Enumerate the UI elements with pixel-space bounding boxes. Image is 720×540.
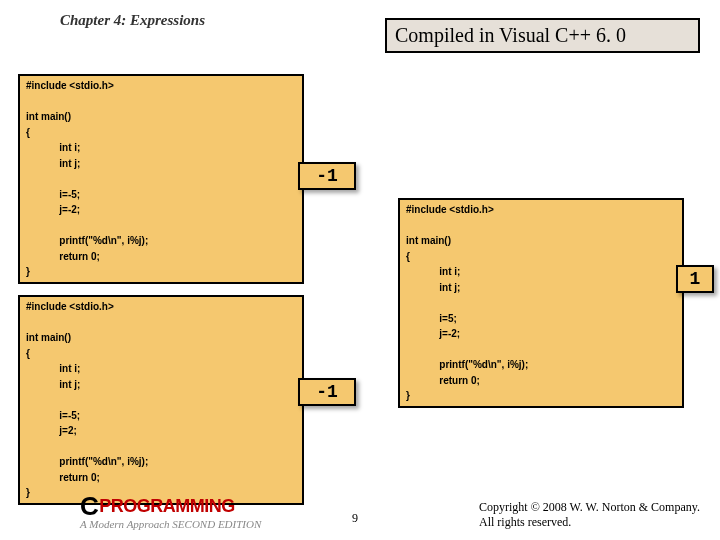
code-block-1: #include <stdio.h> int main() { int i; i… — [18, 74, 304, 284]
page-number: 9 — [352, 511, 358, 526]
slide: Chapter 4: Expressions Compiled in Visua… — [0, 0, 720, 540]
copyright: Copyright © 2008 W. W. Norton & Company.… — [479, 500, 700, 530]
chapter-header: Chapter 4: Expressions — [60, 12, 205, 29]
logo-text: PROGRAMMING — [99, 496, 235, 516]
code-block-2: #include <stdio.h> int main() { int i; i… — [18, 295, 304, 505]
copyright-line2: All rights reserved. — [479, 515, 700, 530]
code-block-3: #include <stdio.h> int main() { int i; i… — [398, 198, 684, 408]
result-2: -1 — [298, 378, 356, 406]
logo-subtitle: A Modern Approach SECOND EDITION — [80, 518, 280, 530]
result-3: 1 — [676, 265, 714, 293]
copyright-line1: Copyright © 2008 W. W. Norton & Company. — [479, 500, 700, 515]
book-logo: CPROGRAMMING A Modern Approach SECOND ED… — [80, 491, 280, 530]
compiler-title: Compiled in Visual C++ 6. 0 — [385, 18, 700, 53]
result-1: -1 — [298, 162, 356, 190]
